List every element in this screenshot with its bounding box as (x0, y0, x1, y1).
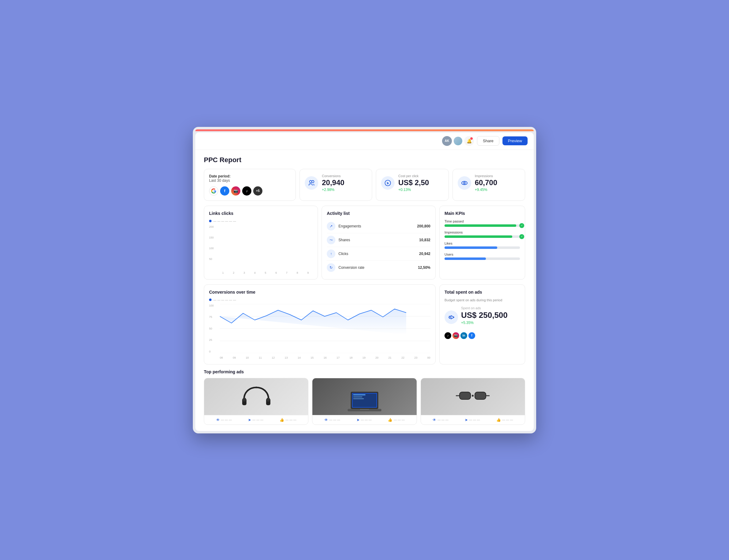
ad-card-sunglasses: 👁 — — — ➤ — — — 👍 — — — (421, 378, 525, 425)
line-x-labels: 08 09 10 11 12 13 14 15 16 17 18 19 (220, 356, 430, 359)
activity-list-title: Activity list (327, 211, 430, 216)
chart-legend-dot (209, 220, 212, 222)
kpi-check-time: ✓ (519, 223, 524, 228)
bar-y-labels: 20015010050 (209, 225, 214, 268)
facebook-social-icon: f (468, 332, 475, 339)
avatar-photo (453, 136, 463, 146)
linkedin-social-icon: in (460, 332, 467, 339)
eye-icon-3: 👁 (433, 418, 436, 422)
top-bar (195, 129, 534, 131)
main-container: AK 🔔 Share Preview PPC Report Date perio… (195, 132, 534, 431)
conversions-value: 20,940 (322, 178, 367, 187)
avatar-ak: AK (442, 136, 452, 146)
svg-rect-14 (243, 398, 246, 402)
svg-point-0 (310, 181, 312, 183)
activity-clicks: ↑ Clicks 20,942 (327, 247, 430, 261)
svg-rect-18 (353, 394, 376, 407)
bar-2: 2 (229, 270, 239, 274)
preview-button[interactable]: Preview (502, 136, 528, 145)
bar-3: 3 (239, 270, 249, 274)
social-icons-row: ♪ 📷 in f (445, 332, 520, 339)
bar-5: 5 (261, 270, 270, 274)
ad-stat-likes: 👍 — — — (280, 418, 296, 422)
ad-stats-laptop: 👁 — — — ➤ — — — 👍 — — — (312, 415, 416, 425)
total-spent-card: Total spent on ads Budget spent on ads d… (439, 284, 525, 364)
cpc-value: US$ 2,50 (398, 178, 443, 187)
svg-point-1 (312, 181, 314, 183)
notification-dot (470, 137, 473, 140)
date-period-card: Date period: Last 30 days f 📷 (204, 169, 296, 201)
links-clicks-title: Links clicks (209, 211, 313, 216)
notification-icon[interactable]: 🔔 (464, 136, 474, 146)
ad-card-laptop: 👁 — — — ➤ — — — 👍 — — — (312, 378, 417, 425)
kpi-impressions: Impressions ✓ (445, 230, 520, 238)
cpc-change: +0.13% (398, 188, 443, 192)
impressions-label: Impressions (475, 174, 520, 178)
conversions-card: Conversions 20,940 +2.98% (300, 169, 372, 201)
bar-1: 1 (218, 270, 228, 274)
ad-stat-shares-3: ➤ — — — (465, 418, 480, 422)
line-y-labels: 1007550250 (209, 304, 214, 353)
bar-8: 8 (293, 270, 302, 274)
conversions-change: +2.98% (322, 188, 367, 192)
ad-image-sunglasses (421, 378, 525, 415)
bar-4: 4 (250, 270, 260, 274)
svg-rect-23 (360, 409, 369, 410)
activity-conversion-rate: ↻ Conversion rate 12,50% (327, 261, 430, 274)
svg-point-4 (464, 182, 465, 184)
ad-stat-views-3: 👁 — — — (433, 418, 448, 422)
top-ads-section: Top performing ads (204, 369, 525, 425)
more-platforms-icon: +5 (253, 186, 262, 196)
conversion-rate-icon: ↻ (327, 263, 335, 272)
svg-rect-20 (353, 397, 362, 397)
instagram-icon: 📷 (231, 186, 240, 196)
ad-stat-shares-2: ➤ — — — (357, 418, 372, 422)
svg-point-3 (461, 181, 467, 185)
share-icon-3: ➤ (465, 418, 468, 422)
impressions-card: Impressions 60,700 +9.45% (452, 169, 525, 201)
page-title: PPC Report (204, 156, 525, 164)
ad-stat-views-2: 👁 — — — (324, 418, 340, 422)
header: AK 🔔 Share Preview (195, 132, 534, 150)
content-area: PPC Report Date period: Last 30 days (195, 150, 534, 431)
share-button[interactable]: Share (477, 136, 499, 146)
third-row: Conversions over time — — — — — — 100755… (204, 284, 525, 364)
line-chart-svg (220, 304, 430, 353)
svg-rect-26 (472, 395, 474, 397)
engagements-icon: ↗ (327, 222, 335, 230)
conversions-icon (305, 176, 318, 190)
outer-frame: AK 🔔 Share Preview PPC Report Date perio… (193, 127, 536, 433)
bar-9: 9 (303, 270, 313, 274)
ad-stats-headphones: 👁 — — — ➤ — — — 👍 — — — (204, 415, 308, 425)
spent-value: US$ 250,500 (461, 310, 508, 320)
kpi-likes: Likes (445, 242, 520, 249)
ad-image-laptop (312, 378, 416, 415)
activity-shares: ⤳ Shares 10,832 (327, 233, 430, 247)
spent-label: Spent on ads (461, 306, 508, 310)
ad-stat-likes-2: 👍 — — — (388, 418, 405, 422)
spent-change: +5.35% (461, 321, 508, 325)
line-legend-dot (209, 299, 212, 301)
ads-row: 👁 — — — ➤ — — — 👍 — — — (204, 378, 525, 425)
svg-rect-27 (475, 392, 486, 399)
ad-stat-shares: ➤ — — — (248, 418, 263, 422)
ad-stat-likes-3: 👍 — — — (496, 418, 513, 422)
conversions-over-time-card: Conversions over time — — — — — — 100755… (204, 284, 436, 364)
svg-rect-21 (353, 398, 364, 399)
kpi-check-impressions: ✓ (519, 234, 524, 239)
main-kpis-card: Main KPIs Time passed ✓ Impressions ✓ (439, 206, 525, 280)
spent-row: Spent on ads US$ 250,500 +5.35% (445, 306, 520, 329)
cpc-card: Cost per click US$ 2,50 +0.13% (376, 169, 448, 201)
top-ads-title: Top performing ads (204, 369, 525, 374)
ad-card-headphones: 👁 — — — ➤ — — — 👍 — — — (204, 378, 308, 425)
impressions-icon (458, 176, 471, 190)
conversions-over-time-title: Conversions over time (209, 290, 430, 295)
date-period-value: Last 30 days (209, 178, 291, 183)
links-clicks-card: Links clicks — — — — — — 20015010050 1 (204, 206, 318, 280)
svg-rect-25 (460, 392, 471, 399)
svg-marker-10 (220, 309, 406, 335)
svg-rect-15 (267, 398, 270, 402)
tiktok-icon: ♪ (242, 186, 251, 196)
conversions-label: Conversions (322, 174, 367, 178)
svg-point-11 (453, 317, 454, 318)
